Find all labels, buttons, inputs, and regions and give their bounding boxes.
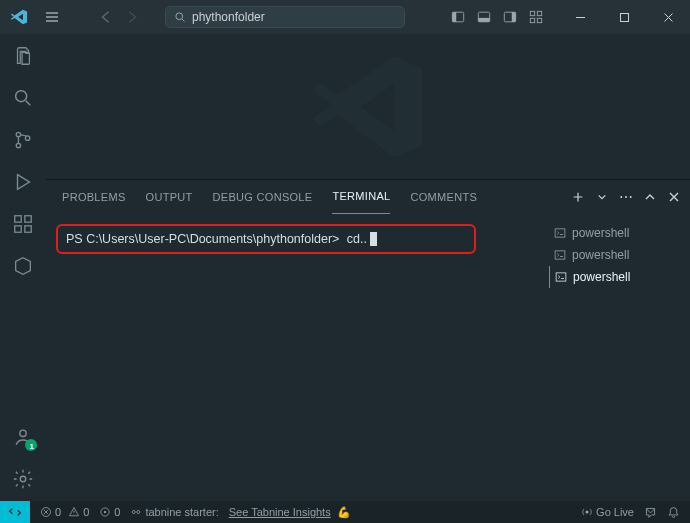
vscode-watermark-icon bbox=[308, 47, 428, 167]
nav-back-icon[interactable] bbox=[98, 9, 114, 25]
remote-indicator-icon[interactable] bbox=[0, 501, 30, 523]
svg-rect-19 bbox=[25, 216, 31, 222]
svg-point-30 bbox=[586, 511, 589, 514]
warning-icon bbox=[68, 506, 80, 518]
command-center-search[interactable]: phythonfolder bbox=[165, 6, 405, 28]
status-notifications-icon[interactable] bbox=[667, 506, 680, 519]
toggle-secondary-sidebar-icon[interactable] bbox=[502, 9, 518, 25]
title-bar: phythonfolder bbox=[0, 0, 690, 34]
status-feedback-icon[interactable] bbox=[644, 506, 657, 519]
tabnine-insights-label: See Tabnine Insights bbox=[229, 506, 331, 518]
tab-terminal[interactable]: TERMINAL bbox=[332, 180, 390, 214]
source-control-icon[interactable] bbox=[11, 128, 35, 152]
session-label: powershell bbox=[572, 248, 629, 262]
svg-point-28 bbox=[133, 511, 136, 514]
tabnine-label: tabnine starter: bbox=[145, 506, 218, 518]
window-controls bbox=[558, 0, 690, 34]
terminal-cursor-icon bbox=[370, 232, 377, 246]
broadcast-icon bbox=[581, 506, 593, 518]
status-tabnine-insights[interactable]: See Tabnine Insights 💪 bbox=[229, 506, 351, 519]
status-problems[interactable]: 0 0 bbox=[40, 506, 89, 518]
maximize-button[interactable] bbox=[602, 0, 646, 34]
svg-rect-18 bbox=[25, 226, 31, 232]
svg-point-14 bbox=[16, 143, 20, 147]
terminal-icon bbox=[555, 271, 567, 283]
minimize-button[interactable] bbox=[558, 0, 602, 34]
new-terminal-icon[interactable] bbox=[570, 189, 586, 205]
svg-rect-17 bbox=[15, 226, 21, 232]
panel-actions: ⋯ bbox=[570, 189, 682, 205]
terminal-highlight-box: PS C:\Users\User-PC\Documents\phythonfol… bbox=[56, 224, 476, 254]
svg-rect-6 bbox=[512, 12, 516, 22]
svg-rect-24 bbox=[556, 273, 566, 281]
tab-comments[interactable]: COMMENTS bbox=[410, 180, 477, 214]
svg-rect-11 bbox=[620, 13, 628, 21]
terminal-view[interactable]: PS C:\Users\User-PC\Documents\phythonfol… bbox=[46, 214, 550, 501]
go-live-label: Go Live bbox=[596, 506, 634, 518]
svg-point-12 bbox=[16, 91, 27, 102]
error-count: 0 bbox=[55, 506, 61, 518]
svg-point-27 bbox=[104, 511, 106, 513]
svg-rect-9 bbox=[530, 18, 534, 22]
terminal-session-item[interactable]: powershell bbox=[550, 244, 680, 266]
layout-controls bbox=[450, 9, 544, 25]
connection-icon bbox=[130, 506, 142, 518]
terminal-command: cd.. bbox=[347, 232, 367, 246]
close-panel-icon[interactable] bbox=[666, 189, 682, 205]
svg-rect-10 bbox=[537, 18, 541, 22]
customize-layout-icon[interactable] bbox=[528, 9, 544, 25]
terminal-icon bbox=[554, 227, 566, 239]
toggle-panel-icon[interactable] bbox=[476, 9, 492, 25]
more-actions-icon[interactable]: ⋯ bbox=[618, 189, 634, 205]
accounts-icon[interactable]: 1 bbox=[11, 425, 35, 449]
search-view-icon[interactable] bbox=[11, 86, 35, 110]
svg-point-15 bbox=[25, 136, 29, 140]
session-label: powershell bbox=[573, 270, 630, 284]
run-debug-icon[interactable] bbox=[11, 170, 35, 194]
accounts-badge-count: 1 bbox=[30, 442, 34, 451]
status-tabnine[interactable]: tabnine starter: bbox=[130, 506, 218, 518]
bottom-panel: PROBLEMS OUTPUT DEBUG CONSOLE TERMINAL C… bbox=[46, 179, 690, 501]
svg-point-21 bbox=[20, 476, 26, 482]
warning-count: 0 bbox=[83, 506, 89, 518]
search-query-text: phythonfolder bbox=[192, 10, 265, 24]
svg-rect-8 bbox=[537, 11, 541, 15]
app-menu-icon[interactable] bbox=[44, 9, 60, 25]
svg-rect-4 bbox=[478, 18, 489, 22]
tab-debug-console[interactable]: DEBUG CONSOLE bbox=[213, 180, 313, 214]
svg-rect-23 bbox=[555, 251, 565, 259]
svg-rect-16 bbox=[15, 216, 21, 222]
explorer-icon[interactable] bbox=[11, 44, 35, 68]
svg-rect-7 bbox=[530, 11, 534, 15]
terminal-dropdown-icon[interactable] bbox=[594, 189, 610, 205]
terminal-prompt: PS C:\Users\User-PC\Documents\phythonfol… bbox=[66, 232, 339, 246]
extensions-icon[interactable] bbox=[11, 212, 35, 236]
nav-forward-icon[interactable] bbox=[124, 9, 140, 25]
terminal-session-item[interactable]: powershell bbox=[549, 266, 680, 288]
history-nav bbox=[98, 9, 140, 25]
activity-bar: 1 bbox=[0, 34, 46, 501]
maximize-panel-icon[interactable] bbox=[642, 189, 658, 205]
tab-output[interactable]: OUTPUT bbox=[146, 180, 193, 214]
panel-tabs: PROBLEMS OUTPUT DEBUG CONSOLE TERMINAL C… bbox=[46, 180, 690, 214]
session-label: powershell bbox=[572, 226, 629, 240]
toggle-primary-sidebar-icon[interactable] bbox=[450, 9, 466, 25]
status-ports[interactable]: 0 bbox=[99, 506, 120, 518]
tab-problems[interactable]: PROBLEMS bbox=[62, 180, 126, 214]
terminal-icon bbox=[554, 249, 566, 261]
svg-point-20 bbox=[20, 430, 26, 436]
status-go-live[interactable]: Go Live bbox=[581, 506, 634, 518]
bicep-icon: 💪 bbox=[337, 506, 351, 519]
extra-view-icon[interactable] bbox=[11, 254, 35, 278]
vscode-logo-icon bbox=[10, 8, 28, 26]
error-icon bbox=[40, 506, 52, 518]
search-icon bbox=[174, 11, 186, 23]
status-bar: 0 0 0 tabnine starter: See Tabnine Insig… bbox=[0, 501, 690, 523]
editor-area bbox=[46, 34, 690, 179]
port-icon bbox=[99, 506, 111, 518]
terminal-session-item[interactable]: powershell bbox=[550, 222, 680, 244]
svg-point-13 bbox=[16, 132, 20, 136]
svg-point-0 bbox=[176, 13, 183, 20]
manage-gear-icon[interactable] bbox=[11, 467, 35, 491]
close-button[interactable] bbox=[646, 0, 690, 34]
